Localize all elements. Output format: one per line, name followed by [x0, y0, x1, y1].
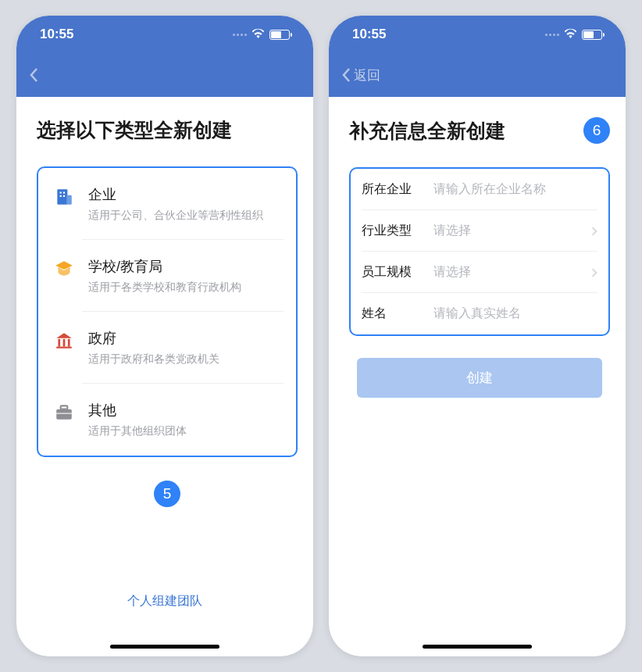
wifi-icon: [251, 27, 265, 42]
status-right: [545, 27, 602, 42]
page-title: 补充信息全新创建: [349, 118, 505, 144]
status-time: 10:55: [352, 27, 386, 42]
type-desc: 适用于政府和各类党政机关: [88, 352, 284, 366]
svg-rect-2: [60, 192, 62, 194]
government-icon: [54, 331, 74, 351]
home-indicator[interactable]: [423, 645, 532, 649]
form-row-size[interactable]: 员工规模 请选择: [351, 252, 608, 293]
create-button[interactable]: 创建: [357, 358, 602, 398]
svg-rect-5: [63, 195, 65, 197]
size-select[interactable]: 请选择: [433, 264, 576, 281]
form-card: 所在企业 请输入所在企业名称 行业类型 请选择 员工规模 请选择 姓名 请输入真…: [349, 167, 610, 336]
form-row-industry[interactable]: 行业类型 请选择: [351, 210, 608, 252]
name-input[interactable]: 请输入真实姓名: [433, 306, 597, 322]
enterprise-icon: [54, 187, 74, 207]
status-right: [233, 27, 290, 42]
nav-bar: [16, 53, 313, 97]
page-title: 选择以下类型全新创建: [37, 117, 232, 143]
svg-rect-8: [68, 339, 70, 347]
briefcase-icon: [54, 402, 74, 423]
svg-rect-9: [56, 347, 72, 349]
school-icon: [54, 259, 74, 279]
type-list-card: 企业 适用于公司、合伙企业等营利性组织 学校/教育局 适用于各类学校和教育行政机…: [37, 166, 298, 457]
svg-rect-12: [56, 413, 72, 414]
type-name: 学校/教育局: [88, 257, 284, 276]
type-item-government[interactable]: 政府 适用于政府和各类党政机关: [38, 312, 296, 384]
phone-screen-2: 10:55 返回 补充信息全新创建 6 所在企业 请输入所在企业名称 行业类型 …: [329, 16, 626, 656]
type-item-other[interactable]: 其他 适用于其他组织团体: [38, 384, 296, 456]
personal-team-link[interactable]: 个人组建团队: [16, 593, 313, 609]
svg-rect-7: [63, 339, 66, 347]
form-label: 员工规模: [362, 264, 418, 281]
chevron-right-icon: [591, 226, 597, 237]
svg-rect-0: [57, 189, 67, 205]
type-desc: 适用于公司、合伙企业等营利性组织: [88, 209, 284, 223]
type-desc: 适用于各类学校和教育行政机构: [88, 281, 284, 295]
svg-rect-1: [66, 195, 72, 205]
svg-rect-6: [58, 339, 60, 347]
step-badge: 5: [154, 481, 180, 507]
back-label[interactable]: 返回: [354, 66, 380, 84]
svg-rect-4: [60, 195, 62, 197]
battery-icon: [582, 30, 602, 40]
step-badge: 6: [583, 117, 610, 144]
phone-screen-1: 10:55 选择以下类型全新创建 企业 适用于公司、合伙企业等营利性组织: [16, 16, 313, 656]
form-row-name[interactable]: 姓名 请输入真实姓名: [351, 293, 608, 334]
chevron-right-icon: [591, 267, 597, 278]
type-name: 企业: [88, 185, 284, 204]
form-row-company[interactable]: 所在企业 请输入所在企业名称: [351, 169, 608, 210]
nav-bar: 返回: [329, 53, 626, 97]
form-label: 所在企业: [362, 181, 418, 198]
back-icon[interactable]: [29, 67, 38, 83]
svg-rect-11: [61, 406, 68, 409]
type-name: 其他: [88, 401, 284, 420]
status-time: 10:55: [40, 27, 73, 42]
back-icon[interactable]: [341, 67, 351, 83]
svg-rect-3: [63, 192, 65, 194]
type-desc: 适用于其他组织团体: [88, 424, 284, 438]
content-area: 选择以下类型全新创建 企业 适用于公司、合伙企业等营利性组织 学校/教育局 适用…: [16, 97, 313, 507]
signal-icon: [233, 34, 247, 36]
form-label: 行业类型: [362, 223, 418, 239]
industry-select[interactable]: 请选择: [433, 223, 576, 239]
home-indicator[interactable]: [110, 645, 219, 649]
signal-icon: [545, 34, 559, 36]
battery-icon: [269, 30, 290, 40]
form-label: 姓名: [362, 306, 418, 322]
type-item-school[interactable]: 学校/教育局 适用于各类学校和教育行政机构: [38, 240, 296, 312]
type-item-enterprise[interactable]: 企业 适用于公司、合伙企业等营利性组织: [38, 168, 296, 240]
company-input[interactable]: 请输入所在企业名称: [433, 181, 597, 198]
svg-rect-10: [56, 409, 72, 420]
wifi-icon: [564, 27, 577, 42]
status-bar: 10:55: [16, 16, 313, 53]
content-area: 补充信息全新创建 6 所在企业 请输入所在企业名称 行业类型 请选择 员工规模 …: [329, 97, 626, 398]
type-name: 政府: [88, 329, 284, 348]
status-bar: 10:55: [329, 16, 626, 53]
